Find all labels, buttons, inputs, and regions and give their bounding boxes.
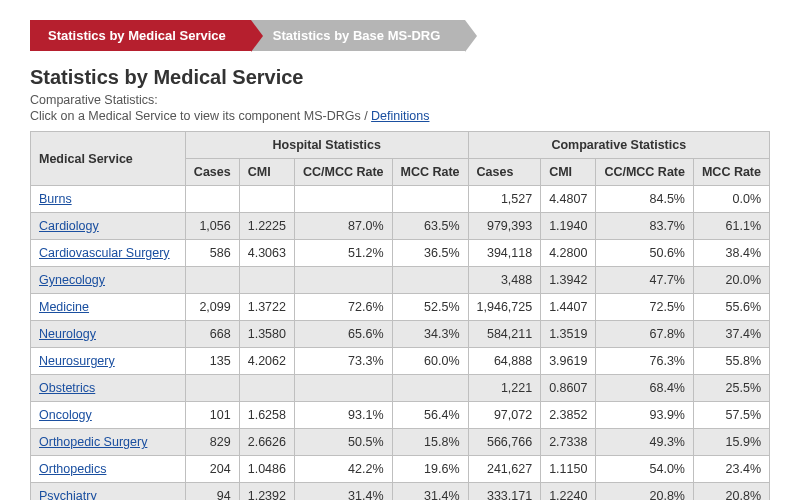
service-link[interactable]: Burns — [39, 192, 72, 206]
service-link[interactable]: Neurology — [39, 327, 96, 341]
cell-c_ccmcc: 67.8% — [596, 321, 694, 348]
cell-h_mcc: 60.0% — [392, 348, 468, 375]
service-cell: Gynecology — [31, 267, 186, 294]
subtitle: Comparative Statistics: — [30, 93, 770, 107]
cell-c_cases: 241,627 — [468, 456, 541, 483]
cell-c_cmi: 1.3519 — [541, 321, 596, 348]
cell-c_cases: 1,946,725 — [468, 294, 541, 321]
service-link[interactable]: Cardiology — [39, 219, 99, 233]
table-row: Orthopedic Surgery8292.662650.5%15.8%566… — [31, 429, 770, 456]
cell-c_cases: 979,393 — [468, 213, 541, 240]
tab-medical-service[interactable]: Statistics by Medical Service — [30, 20, 251, 51]
tab-base-msdrg[interactable]: Statistics by Base MS-DRG — [245, 20, 466, 51]
service-cell: Neurology — [31, 321, 186, 348]
cell-h_cases — [185, 186, 239, 213]
service-link[interactable]: Orthopedics — [39, 462, 106, 476]
cell-h_cases: 829 — [185, 429, 239, 456]
cell-h_cases: 586 — [185, 240, 239, 267]
cell-c_cmi: 1.4407 — [541, 294, 596, 321]
cell-h_ccmcc — [294, 267, 392, 294]
cell-h_mcc — [392, 267, 468, 294]
cell-c_mcc: 55.6% — [693, 294, 769, 321]
col-header-cmi: CMI — [239, 159, 294, 186]
cell-h_cases: 135 — [185, 348, 239, 375]
cell-h_cmi — [239, 375, 294, 402]
table-row: Burns1,5274.480784.5%0.0% — [31, 186, 770, 213]
col-group-hospital: Hospital Statistics — [185, 132, 468, 159]
service-link[interactable]: Obstetrics — [39, 381, 95, 395]
service-link[interactable]: Gynecology — [39, 273, 105, 287]
cell-c_mcc: 20.0% — [693, 267, 769, 294]
definitions-link[interactable]: Definitions — [371, 109, 429, 123]
service-cell: Medicine — [31, 294, 186, 321]
cell-h_mcc: 19.6% — [392, 456, 468, 483]
cell-c_cmi: 1.2240 — [541, 483, 596, 501]
cell-h_cmi: 2.6626 — [239, 429, 294, 456]
service-link[interactable]: Oncology — [39, 408, 92, 422]
cell-c_mcc: 55.8% — [693, 348, 769, 375]
col-header-mcc: MCC Rate — [392, 159, 468, 186]
cell-h_cases: 1,056 — [185, 213, 239, 240]
cell-h_ccmcc: 65.6% — [294, 321, 392, 348]
cell-c_ccmcc: 72.5% — [596, 294, 694, 321]
service-link[interactable]: Cardiovascular Surgery — [39, 246, 170, 260]
cell-c_cmi: 2.3852 — [541, 402, 596, 429]
table-row: Neurology6681.358065.6%34.3%584,2111.351… — [31, 321, 770, 348]
cell-h_cmi: 4.3063 — [239, 240, 294, 267]
cell-c_mcc: 25.5% — [693, 375, 769, 402]
cell-h_cases: 94 — [185, 483, 239, 501]
service-link[interactable]: Medicine — [39, 300, 89, 314]
cell-h_cmi: 4.2062 — [239, 348, 294, 375]
cell-c_cmi: 3.9619 — [541, 348, 596, 375]
cell-c_mcc: 38.4% — [693, 240, 769, 267]
table-row: Oncology1011.625893.1%56.4%97,0722.38529… — [31, 402, 770, 429]
table-row: Orthopedics2041.048642.2%19.6%241,6271.1… — [31, 456, 770, 483]
cell-h_ccmcc: 73.3% — [294, 348, 392, 375]
table-row: Medicine2,0991.372272.6%52.5%1,946,7251.… — [31, 294, 770, 321]
cell-c_cases: 1,221 — [468, 375, 541, 402]
cell-h_mcc: 52.5% — [392, 294, 468, 321]
cell-h_cases: 668 — [185, 321, 239, 348]
cell-h_cmi: 1.2392 — [239, 483, 294, 501]
hint-prefix: Click on a Medical Service to view its c… — [30, 109, 371, 123]
cell-c_mcc: 37.4% — [693, 321, 769, 348]
cell-h_cases — [185, 267, 239, 294]
cell-c_ccmcc: 20.8% — [596, 483, 694, 501]
table-row: Psychiatry941.239231.4%31.4%333,1711.224… — [31, 483, 770, 501]
cell-h_ccmcc — [294, 375, 392, 402]
cell-c_ccmcc: 50.6% — [596, 240, 694, 267]
page-title: Statistics by Medical Service — [30, 66, 770, 89]
cell-h_cases: 204 — [185, 456, 239, 483]
cell-c_cases: 1,527 — [468, 186, 541, 213]
service-link[interactable]: Orthopedic Surgery — [39, 435, 147, 449]
cell-h_mcc — [392, 375, 468, 402]
col-header-cases: Cases — [185, 159, 239, 186]
service-cell: Oncology — [31, 402, 186, 429]
cell-c_mcc: 15.9% — [693, 429, 769, 456]
cell-c_mcc: 23.4% — [693, 456, 769, 483]
cell-h_mcc: 56.4% — [392, 402, 468, 429]
cell-h_cases: 101 — [185, 402, 239, 429]
table-row: Gynecology3,4881.394247.7%20.0% — [31, 267, 770, 294]
tab-bar: Statistics by Medical Service Statistics… — [30, 20, 800, 51]
cell-h_ccmcc: 51.2% — [294, 240, 392, 267]
cell-c_cmi: 1.1940 — [541, 213, 596, 240]
service-cell: Obstetrics — [31, 375, 186, 402]
cell-h_ccmcc: 42.2% — [294, 456, 392, 483]
service-cell: Orthopedic Surgery — [31, 429, 186, 456]
service-cell: Orthopedics — [31, 456, 186, 483]
cell-h_mcc: 31.4% — [392, 483, 468, 501]
cell-h_mcc: 15.8% — [392, 429, 468, 456]
cell-h_cmi: 1.2225 — [239, 213, 294, 240]
service-link[interactable]: Neurosurgery — [39, 354, 115, 368]
cell-h_cases: 2,099 — [185, 294, 239, 321]
cell-h_ccmcc: 50.5% — [294, 429, 392, 456]
service-cell: Neurosurgery — [31, 348, 186, 375]
cell-h_ccmcc — [294, 186, 392, 213]
cell-h_ccmcc: 72.6% — [294, 294, 392, 321]
cell-c_cmi: 2.7338 — [541, 429, 596, 456]
cell-h_ccmcc: 31.4% — [294, 483, 392, 501]
service-link[interactable]: Psychiatry — [39, 489, 97, 500]
col-header-ccmcc: CC/MCC Rate — [294, 159, 392, 186]
cell-h_ccmcc: 93.1% — [294, 402, 392, 429]
